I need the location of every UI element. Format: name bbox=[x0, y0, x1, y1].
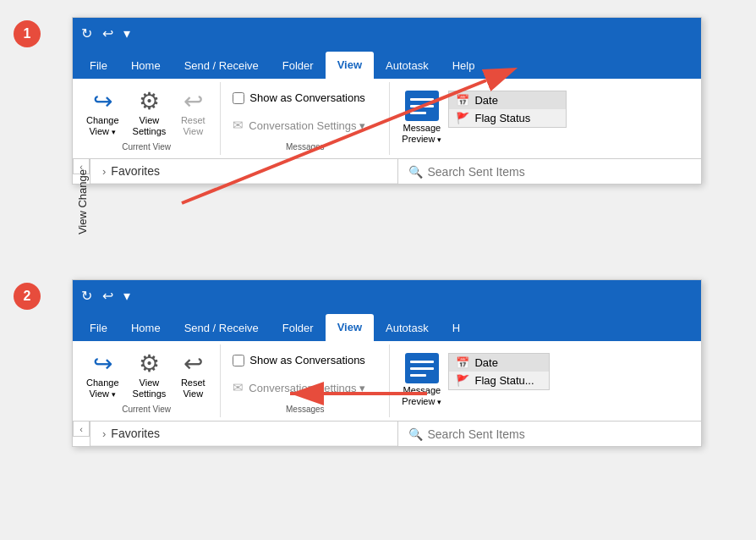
messages-label-2: Messages bbox=[233, 401, 377, 414]
step-2-label: 2 bbox=[24, 289, 31, 304]
sync-icon-1[interactable]: ↻ bbox=[81, 25, 92, 41]
show-conversations-checkbox-1[interactable] bbox=[233, 92, 244, 104]
show-conversations-label-2: Show as Conversations bbox=[249, 354, 365, 366]
undo-icon-1[interactable]: ↩ bbox=[102, 25, 113, 41]
change-view-btn-1[interactable]: ↪ ChangeView ▾ bbox=[81, 85, 124, 139]
change-view-btn-2[interactable]: ↪ ChangeView ▾ bbox=[81, 348, 124, 401]
conversation-settings-row-1[interactable]: ✉ Conversation Settings ▾ bbox=[233, 114, 377, 136]
reset-view-btn-1[interactable]: ↩ ResetView bbox=[174, 85, 211, 139]
conversation-settings-label-2: Conversation Settings ▾ bbox=[249, 382, 365, 394]
arrange-date-label-2: Date bbox=[474, 356, 497, 369]
view-settings-btn-1[interactable]: ⚙ ViewSettings bbox=[128, 85, 172, 139]
current-view-label-1: Current View bbox=[122, 139, 171, 152]
lower-bar-2: ‹ › Favorites 🔍 bbox=[73, 422, 701, 446]
favorites-label-1: Favorites bbox=[111, 164, 160, 178]
arrange-flag-1[interactable]: 🚩 Flag Status bbox=[449, 109, 566, 127]
reset-view-btn-2[interactable]: ↩ ResetView bbox=[174, 348, 211, 401]
tab-view-2[interactable]: View bbox=[326, 314, 374, 341]
step-1-circle: 1 bbox=[14, 20, 41, 47]
ribbon-body-1: ↪ ChangeView ▾ ⚙ ViewSettings ↩ ResetVie… bbox=[73, 79, 701, 159]
ribbon-tabs-2: File Home Send / Receive Folder View Aut… bbox=[73, 311, 701, 341]
message-preview-btn-1[interactable]: MessagePreview ▾ bbox=[395, 89, 448, 146]
ribbon-tabs-1: File Home Send / Receive Folder View Aut… bbox=[73, 48, 701, 79]
step-2-circle: 2 bbox=[14, 283, 41, 310]
arrange-date-2[interactable]: 📅 Date bbox=[449, 354, 549, 372]
step-1-label: 1 bbox=[24, 26, 31, 41]
message-preview-btn-2[interactable]: MessagePreview ▾ bbox=[395, 351, 448, 409]
tab-home-1[interactable]: Home bbox=[119, 52, 173, 79]
tab-autotask-1[interactable]: Autotask bbox=[374, 52, 441, 79]
favorites-row-2: › Favorites bbox=[90, 422, 397, 446]
arrangement-panel-2: 📅 Date 🚩 Flag Statu... bbox=[448, 353, 550, 390]
tab-autotask-2[interactable]: Autotask bbox=[374, 314, 441, 341]
arrange-flag-label-2: Flag Statu... bbox=[474, 374, 534, 387]
dropdown-icon-1[interactable]: ▾ bbox=[123, 25, 130, 41]
tab-folder-2[interactable]: Folder bbox=[271, 314, 326, 341]
messages-label-1: Messages bbox=[233, 139, 377, 152]
search-bar-1[interactable]: 🔍 bbox=[397, 159, 702, 184]
arrangement-panel-1: 📅 Date 🚩 Flag Status bbox=[448, 91, 567, 128]
favorites-row-1: › Favorites bbox=[90, 159, 397, 184]
arrange-flag-label-1: Flag Status bbox=[474, 112, 530, 124]
show-conversations-label-1: Show as Conversations bbox=[249, 91, 365, 104]
undo-icon-2[interactable]: ↩ bbox=[102, 288, 113, 304]
arrange-date-1[interactable]: 📅 Date bbox=[449, 91, 566, 109]
current-view-label-2: Current View bbox=[122, 401, 171, 414]
arrange-flag-2[interactable]: 🚩 Flag Statu... bbox=[449, 372, 549, 389]
view-settings-btn-2[interactable]: ⚙ ViewSettings bbox=[128, 348, 172, 401]
dropdown-icon-2[interactable]: ▾ bbox=[123, 288, 130, 304]
conversation-settings-label-1: Conversation Settings ▾ bbox=[249, 119, 365, 132]
tab-file-1[interactable]: File bbox=[78, 52, 119, 79]
title-bar-2: ↻ ↩ ▾ bbox=[73, 280, 701, 311]
search-bar-2[interactable]: 🔍 bbox=[397, 422, 702, 446]
search-input-1[interactable] bbox=[428, 165, 692, 179]
favorites-label-2: Favorites bbox=[111, 427, 160, 440]
show-conversations-row-2[interactable]: Show as Conversations bbox=[233, 350, 377, 370]
tab-send-receive-1[interactable]: Send / Receive bbox=[173, 52, 271, 79]
panel-2: ↻ ↩ ▾ File Home Send / Receive Folder Vi… bbox=[72, 279, 702, 447]
search-icon-2: 🔍 bbox=[408, 427, 423, 441]
ribbon-body-2: ↪ ChangeView ▾ ⚙ ViewSettings ↩ ResetVie… bbox=[73, 341, 701, 422]
tab-view-1[interactable]: View bbox=[326, 52, 374, 79]
tab-home-2[interactable]: Home bbox=[119, 314, 173, 341]
sync-icon-2[interactable]: ↻ bbox=[81, 288, 92, 304]
conversation-settings-row-2[interactable]: ✉ Conversation Settings ▾ bbox=[233, 377, 377, 399]
arrange-date-label-1: Date bbox=[474, 94, 497, 107]
tab-h-2[interactable]: H bbox=[441, 314, 472, 341]
collapse-btn-2[interactable]: ‹ bbox=[73, 422, 90, 437]
search-input-2[interactable] bbox=[428, 427, 692, 441]
show-conversations-checkbox-2[interactable] bbox=[233, 355, 244, 366]
title-bar-1: ↻ ↩ ▾ bbox=[73, 18, 701, 48]
view-change-label: View Change bbox=[76, 169, 89, 234]
tab-send-receive-2[interactable]: Send / Receive bbox=[173, 314, 271, 341]
lower-bar-1: ‹ › Favorites 🔍 bbox=[73, 159, 701, 184]
tab-folder-1[interactable]: Folder bbox=[271, 52, 326, 79]
tab-file-2[interactable]: File bbox=[78, 314, 119, 341]
search-icon-1: 🔍 bbox=[408, 165, 423, 179]
tab-help-1[interactable]: Help bbox=[441, 52, 487, 79]
show-conversations-row-1[interactable]: Show as Conversations bbox=[233, 88, 377, 107]
panel-1: ↻ ↩ ▾ File Home Send / Receive Folder Vi… bbox=[72, 17, 702, 185]
